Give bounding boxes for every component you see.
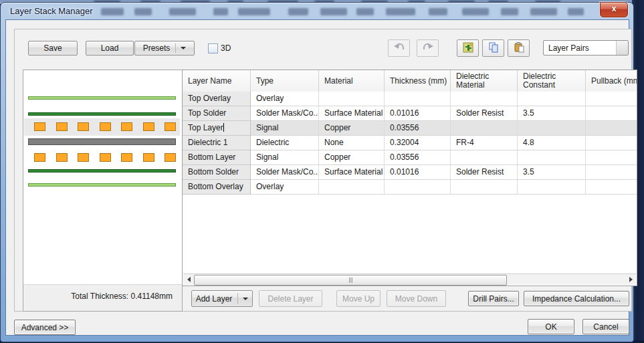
table-cell[interactable]: Signal xyxy=(251,121,319,136)
table-cell[interactable] xyxy=(385,180,451,195)
top-copper-pad[interactable] xyxy=(100,122,111,131)
cell-layer-name[interactable]: Top Layer xyxy=(183,121,251,136)
titlebar[interactable]: Layer Stack Manager xyxy=(1,3,633,19)
redo-button[interactable] xyxy=(417,39,439,57)
bottom-copper-pad[interactable] xyxy=(56,153,68,162)
table-cell[interactable]: Overlay xyxy=(251,180,319,195)
table-row[interactable]: Top LayerSignalCopper0.03556 xyxy=(183,121,637,136)
table-cell[interactable]: Surface Material xyxy=(319,165,385,180)
table-row[interactable]: Bottom SolderSolder Mask/Co...Surface Ma… xyxy=(183,165,637,180)
undo-button[interactable] xyxy=(388,39,410,57)
paste-button[interactable] xyxy=(508,39,530,57)
table-cell[interactable]: Copper xyxy=(319,121,385,136)
table-cell[interactable]: Solder Resist xyxy=(451,106,518,121)
table-row[interactable]: Dielectric 1DielectricNone0.32004FR-44.8 xyxy=(183,136,637,150)
add-layer-button[interactable]: Add Layer xyxy=(191,290,253,307)
table-cell[interactable] xyxy=(451,92,518,106)
table-row[interactable]: Bottom OverlayOverlay xyxy=(183,180,637,195)
bottom-copper-pad[interactable] xyxy=(143,153,154,162)
cell-layer-name[interactable]: Bottom Layer xyxy=(183,150,251,165)
table-cell[interactable]: FR-4 xyxy=(451,136,518,150)
column-header[interactable]: Layer Name xyxy=(183,70,251,92)
template-button[interactable] xyxy=(457,39,479,57)
scroll-right-arrow[interactable] xyxy=(625,274,636,285)
save-button[interactable]: Save xyxy=(28,41,78,55)
table-cell[interactable]: Solder Mask/Co... xyxy=(251,106,319,121)
table-cell[interactable]: 3.5 xyxy=(518,106,586,121)
column-header[interactable]: Pullback (mm) xyxy=(586,70,637,92)
table-cell[interactable] xyxy=(451,121,518,136)
table-cell[interactable]: 4.8 xyxy=(518,136,586,150)
bottom-copper-pad[interactable] xyxy=(78,153,89,162)
impedance-calculation-button[interactable]: Impedance Calculation... xyxy=(524,291,629,306)
table-row[interactable]: Bottom LayerSignalCopper0.03556 xyxy=(183,150,637,165)
top-copper-pad[interactable] xyxy=(78,122,89,131)
table-cell[interactable]: 0.03556 xyxy=(385,150,451,165)
top-solder-layer[interactable] xyxy=(28,112,176,116)
table-cell[interactable]: Dielectric xyxy=(251,136,319,150)
table-cell[interactable] xyxy=(586,165,637,180)
table-cell[interactable] xyxy=(518,121,586,136)
table-cell[interactable] xyxy=(518,92,586,106)
dielectric-1-layer[interactable] xyxy=(28,138,176,145)
cell-layer-name[interactable]: Top Overlay xyxy=(183,92,251,106)
combo-arrow-zone[interactable] xyxy=(616,41,628,55)
table-cell[interactable]: Overlay xyxy=(251,92,319,106)
column-header[interactable]: Dielectric Material xyxy=(451,70,518,92)
copy-button[interactable] xyxy=(482,39,504,57)
bottom-copper-pad[interactable] xyxy=(34,153,45,162)
layer-pairs-select[interactable]: Layer Pairs xyxy=(543,40,629,55)
top-overlay-layer[interactable] xyxy=(28,96,176,100)
bottom-copper-pad[interactable] xyxy=(100,153,111,162)
cell-layer-name[interactable]: Bottom Solder xyxy=(183,165,251,180)
top-copper-pad[interactable] xyxy=(121,122,132,131)
cell-layer-name[interactable]: Dielectric 1 xyxy=(183,136,251,150)
scroll-left-arrow[interactable] xyxy=(183,274,194,285)
move-up-button[interactable]: Move Up xyxy=(336,290,381,307)
cell-layer-name[interactable]: Bottom Overlay xyxy=(183,180,251,195)
scrollbar-thumb[interactable] xyxy=(194,275,507,285)
bottom-overlay-layer[interactable] xyxy=(28,183,176,187)
top-copper-pad[interactable] xyxy=(56,122,68,131)
table-cell[interactable] xyxy=(586,150,637,165)
table-cell[interactable] xyxy=(518,180,586,195)
table-cell[interactable]: Signal xyxy=(251,150,319,165)
column-header[interactable]: Material xyxy=(319,70,385,92)
top-copper-pad[interactable] xyxy=(34,122,45,131)
bottom-solder-layer[interactable] xyxy=(28,169,176,173)
drill-pairs-button[interactable]: Drill Pairs... xyxy=(468,291,519,306)
table-cell[interactable]: 0.03556 xyxy=(385,121,451,136)
top-copper-pad[interactable] xyxy=(143,122,154,131)
table-cell[interactable] xyxy=(451,180,518,195)
close-button[interactable]: x xyxy=(600,2,628,17)
delete-layer-button[interactable]: Delete Layer xyxy=(259,290,322,307)
table-cell[interactable] xyxy=(586,106,637,121)
table-row[interactable]: Top SolderSolder Mask/Co...Surface Mater… xyxy=(183,106,637,121)
table-cell[interactable] xyxy=(385,92,451,106)
3d-checkbox[interactable] xyxy=(208,43,218,53)
presets-dropdown-button[interactable]: Presets xyxy=(134,41,195,55)
table-cell[interactable]: Solder Resist xyxy=(451,165,518,180)
column-header[interactable]: Type xyxy=(251,70,319,92)
load-button[interactable]: Load xyxy=(86,41,134,55)
table-cell[interactable] xyxy=(319,92,385,106)
table-cell[interactable] xyxy=(518,150,586,165)
table-cell[interactable]: 3.5 xyxy=(518,165,586,180)
table-cell[interactable] xyxy=(586,180,637,195)
table-cell[interactable] xyxy=(586,121,637,136)
bottom-copper-pad[interactable] xyxy=(121,153,132,162)
table-cell[interactable]: None xyxy=(319,136,385,150)
table-cell[interactable]: Surface Material xyxy=(319,106,385,121)
move-down-button[interactable]: Move Down xyxy=(387,290,446,307)
table-cell[interactable]: Solder Mask/Co... xyxy=(251,165,319,180)
table-row[interactable]: Top OverlayOverlay xyxy=(183,92,637,106)
table-cell[interactable]: 0.01016 xyxy=(385,106,451,121)
table-cell[interactable]: 0.01016 xyxy=(385,165,451,180)
advanced-button[interactable]: Advanced >> xyxy=(14,320,76,335)
ok-button[interactable]: OK xyxy=(528,319,574,334)
bottom-copper-pad[interactable] xyxy=(165,153,176,162)
table-cell[interactable]: 0.32004 xyxy=(385,136,451,150)
table-cell[interactable]: Copper xyxy=(319,150,385,165)
cancel-button[interactable]: Cancel xyxy=(582,319,629,334)
top-copper-pad[interactable] xyxy=(165,122,176,131)
